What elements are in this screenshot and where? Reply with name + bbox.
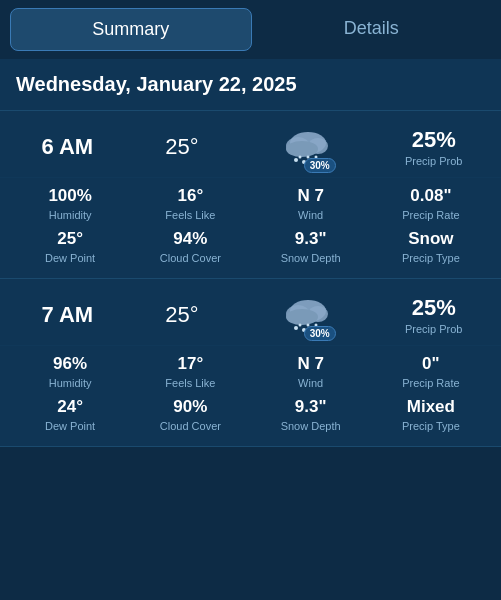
detail-cell-1-0: 96% Humidity	[10, 354, 130, 389]
hour-block-0: 6 AM25° 30% 25% Precip Prob 100%	[0, 111, 501, 279]
detail-cell-1-4: 24° Dew Point	[10, 397, 130, 432]
precip-badge-1: 30%	[304, 326, 336, 341]
tab-details[interactable]: Details	[252, 8, 492, 51]
detail-cell-0-0: 100% Humidity	[10, 186, 130, 221]
tab-bar: Summary Details	[0, 0, 501, 59]
detail-value-0-1: 16°	[130, 186, 250, 206]
weather-icon-cell-1: 30%	[239, 293, 376, 337]
precip-label-0: Precip Prob	[376, 155, 491, 167]
detail-value-0-3: 0.08"	[371, 186, 491, 206]
precip-value-0: 25%	[376, 127, 491, 153]
date-header: Wednesday, January 22, 2025	[0, 59, 501, 111]
time-0: 6 AM	[10, 134, 125, 160]
detail-cell-1-5: 90% Cloud Cover	[130, 397, 250, 432]
detail-label-1-3: Precip Rate	[371, 377, 491, 389]
detail-label-0-7: Precip Type	[371, 252, 491, 264]
detail-label-1-2: Wind	[251, 377, 371, 389]
detail-label-1-7: Precip Type	[371, 420, 491, 432]
detail-value-0-7: Snow	[371, 229, 491, 249]
detail-cell-0-3: 0.08" Precip Rate	[371, 186, 491, 221]
detail-label-1-5: Cloud Cover	[130, 420, 250, 432]
cloud-snow-icon-0: 30%	[282, 125, 334, 169]
detail-cell-0-2: N 7 Wind	[251, 186, 371, 221]
precip-label-1: Precip Prob	[376, 323, 491, 335]
detail-value-1-7: Mixed	[371, 397, 491, 417]
svg-point-3	[286, 141, 318, 157]
detail-value-1-4: 24°	[10, 397, 130, 417]
detail-value-0-2: N 7	[251, 186, 371, 206]
precip-prob-0: 25% Precip Prob	[376, 127, 491, 167]
detail-label-1-0: Humidity	[10, 377, 130, 389]
primary-row-0: 6 AM25° 30% 25% Precip Prob	[0, 111, 501, 178]
detail-value-0-5: 94%	[130, 229, 250, 249]
detail-label-0-2: Wind	[251, 209, 371, 221]
detail-cell-0-6: 9.3" Snow Depth	[251, 229, 371, 264]
detail-cell-0-7: Snow Precip Type	[371, 229, 491, 264]
detail-label-0-5: Cloud Cover	[130, 252, 250, 264]
detail-value-0-4: 25°	[10, 229, 130, 249]
detail-label-0-4: Dew Point	[10, 252, 130, 264]
detail-value-1-0: 96%	[10, 354, 130, 374]
primary-row-1: 7 AM25° 30% 25% Precip Prob	[0, 279, 501, 346]
cloud-snow-icon-1: 30%	[282, 293, 334, 337]
tab-summary[interactable]: Summary	[10, 8, 252, 51]
temp-1: 25°	[125, 302, 240, 328]
detail-value-0-6: 9.3"	[251, 229, 371, 249]
detail-label-0-3: Precip Rate	[371, 209, 491, 221]
detail-value-1-6: 9.3"	[251, 397, 371, 417]
detail-cell-1-3: 0" Precip Rate	[371, 354, 491, 389]
svg-point-19	[298, 324, 301, 327]
detail-value-0-0: 100%	[10, 186, 130, 206]
detail-cell-1-2: N 7 Wind	[251, 354, 371, 389]
detail-label-1-1: Feels Like	[130, 377, 250, 389]
detail-label-0-0: Humidity	[10, 209, 130, 221]
detail-label-0-6: Snow Depth	[251, 252, 371, 264]
detail-grid-0: 100% Humidity 16° Feels Like N 7 Wind 0.…	[0, 178, 501, 278]
weather-icon-cell-0: 30%	[239, 125, 376, 169]
detail-cell-1-6: 9.3" Snow Depth	[251, 397, 371, 432]
detail-label-1-4: Dew Point	[10, 420, 130, 432]
hours-container: 6 AM25° 30% 25% Precip Prob 100%	[0, 111, 501, 447]
precip-prob-1: 25% Precip Prob	[376, 295, 491, 335]
detail-cell-1-7: Mixed Precip Type	[371, 397, 491, 432]
svg-point-15	[294, 326, 298, 330]
temp-0: 25°	[125, 134, 240, 160]
detail-value-1-5: 90%	[130, 397, 250, 417]
svg-point-8	[298, 156, 301, 159]
precip-badge-0: 30%	[304, 158, 336, 173]
detail-cell-0-1: 16° Feels Like	[130, 186, 250, 221]
time-1: 7 AM	[10, 302, 125, 328]
svg-point-4	[294, 158, 298, 162]
detail-label-0-1: Feels Like	[130, 209, 250, 221]
detail-value-1-2: N 7	[251, 354, 371, 374]
detail-cell-0-5: 94% Cloud Cover	[130, 229, 250, 264]
hour-block-1: 7 AM25° 30% 25% Precip Prob 96%	[0, 279, 501, 447]
svg-point-14	[286, 309, 318, 325]
detail-label-1-6: Snow Depth	[251, 420, 371, 432]
precip-value-1: 25%	[376, 295, 491, 321]
detail-grid-1: 96% Humidity 17° Feels Like N 7 Wind 0" …	[0, 346, 501, 446]
detail-value-1-3: 0"	[371, 354, 491, 374]
detail-cell-0-4: 25° Dew Point	[10, 229, 130, 264]
detail-cell-1-1: 17° Feels Like	[130, 354, 250, 389]
detail-value-1-1: 17°	[130, 354, 250, 374]
